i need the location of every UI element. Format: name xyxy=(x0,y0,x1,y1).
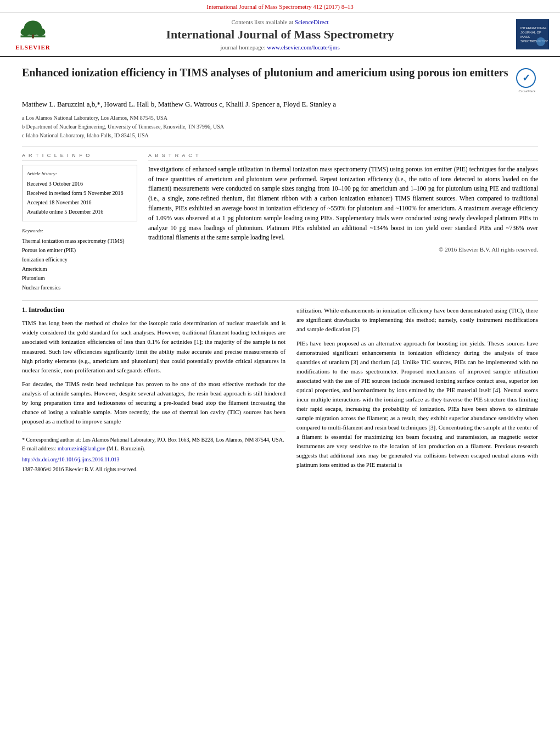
right-paragraph-2: PIEs have been proposed as an alternativ… xyxy=(296,339,538,470)
keyword-3: Ionization efficiency xyxy=(22,255,137,264)
right-column: A B S T R A C T Investigations of enhanc… xyxy=(148,153,538,293)
crossmark-label: CrossMark xyxy=(516,89,538,93)
crossmark-section: ✓ CrossMark xyxy=(516,68,538,93)
email-author-name: (M.L. Baruzzini). xyxy=(107,445,145,451)
revised-date: Received in revised form 9 November 2016 xyxy=(27,188,132,198)
keyword-6: Nuclear forensics xyxy=(22,283,137,292)
authors-line: Matthew L. Baruzzini a,b,*, Howard L. Ha… xyxy=(22,99,538,110)
journal-header: ELSEVIER Contents lists available at Sci… xyxy=(0,13,560,57)
intro-paragraph-2: For decades, the TIMS resin bead techniq… xyxy=(22,380,285,426)
article-info-abstract-section: A R T I C L E I N F O Article history: R… xyxy=(22,147,538,293)
article-body: Enhanced ionization efficiency in TIMS a… xyxy=(0,57,560,485)
doi-link[interactable]: http://dx.doi.org/10.1016/j.ijms.2016.11… xyxy=(22,455,285,464)
svg-text:JOURNAL OF: JOURNAL OF xyxy=(520,31,541,34)
intro-heading-text: 1. Introduction xyxy=(22,306,64,314)
elsevier-tree-icon xyxy=(16,18,49,43)
svg-point-10 xyxy=(536,37,545,46)
journal-homepage-line: journal homepage: www.elsevier.com/locat… xyxy=(55,44,505,51)
article-info-label: A R T I C L E I N F O xyxy=(22,153,137,160)
journal-name-title: International Journal of Mass Spectromet… xyxy=(55,27,505,42)
keywords-label: Keywords: xyxy=(22,227,137,235)
left-column: A R T I C L E I N F O Article history: R… xyxy=(22,153,137,293)
email-line: E-mail address: mbaruzzini@lanl.gov (M.L… xyxy=(22,444,285,453)
keyword-5: Plutonium xyxy=(22,274,137,283)
ijms-logo-icon: INTERNATIONAL JOURNAL OF MASS SPECTROMET… xyxy=(518,21,548,48)
affiliation-c: c Idaho National Laboratory, Idaho Falls… xyxy=(22,131,538,140)
keywords-block: Keywords: Thermal ionization mass spectr… xyxy=(22,227,137,292)
elsevier-logo: ELSEVIER xyxy=(11,18,55,51)
abstract-label: A B S T R A C T xyxy=(148,153,538,160)
affiliations-section: a Los Alamos National Laboratory, Los Al… xyxy=(22,114,538,140)
svg-point-2 xyxy=(21,28,31,36)
main-left-column: 1. Introduction TIMS has long been the m… xyxy=(22,306,285,474)
journal-logo-right: INTERNATIONAL JOURNAL OF MASS SPECTROMET… xyxy=(505,19,549,49)
svg-rect-4 xyxy=(32,35,34,38)
section-divider xyxy=(22,300,538,300)
elsevier-brand-text: ELSEVIER xyxy=(15,44,51,51)
intro-paragraph-1: TIMS has long been the method of choice … xyxy=(22,319,285,375)
copyright-line: © 2016 Elsevier B.V. All rights reserved… xyxy=(148,246,538,253)
keyword-1: Thermal ionization mass spectrometry (TI… xyxy=(22,236,137,246)
accepted-date: Accepted 18 November 2016 xyxy=(27,198,132,207)
journal-reference-text: International Journal of Mass Spectromet… xyxy=(206,3,353,10)
footnote-section: * Corresponding author at: Los Alamos Na… xyxy=(22,432,285,474)
corresponding-author-note: * Corresponding author at: Los Alamos Na… xyxy=(22,436,285,444)
journal-homepage-link[interactable]: www.elsevier.com/locate/ijms xyxy=(267,44,339,51)
intro-heading: 1. Introduction xyxy=(22,306,285,314)
email-label: E-mail address: xyxy=(22,445,56,451)
keyword-4: Americium xyxy=(22,264,137,274)
contents-available-line: Contents lists available at ScienceDirec… xyxy=(55,19,505,25)
svg-text:INTERNATIONAL: INTERNATIONAL xyxy=(520,26,547,30)
svg-text:MASS: MASS xyxy=(520,35,530,38)
available-date: Available online 5 December 2016 xyxy=(27,207,132,216)
affiliation-a: a Los Alamos National Laboratory, Los Al… xyxy=(22,114,538,122)
right-paragraph-1: utilization. While enhancements in ioniz… xyxy=(296,306,538,334)
email-link[interactable]: mbaruzzini@lanl.gov xyxy=(58,445,105,451)
article-history-label: Article history: xyxy=(27,170,132,178)
article-title-section: Enhanced ionization efficiency in TIMS a… xyxy=(22,65,538,93)
abstract-text: Investigations of enhanced sample utiliz… xyxy=(148,165,538,243)
crossmark-icon: ✓ xyxy=(516,68,536,88)
issn-line: 1387-3806/© 2016 Elsevier B.V. All right… xyxy=(22,465,285,474)
main-content-section: 1. Introduction TIMS has long been the m… xyxy=(22,306,538,474)
article-history-block: Article history: Received 3 October 2016… xyxy=(22,165,137,221)
received-date: Received 3 October 2016 xyxy=(27,179,132,188)
article-title: Enhanced ionization efficiency in TIMS a… xyxy=(22,65,511,80)
affiliation-b: b Department of Nuclear Engineering, Uni… xyxy=(22,122,538,131)
keyword-2: Porous ion emitter (PIE) xyxy=(22,246,137,255)
journal-title-section: Contents lists available at ScienceDirec… xyxy=(55,19,505,51)
svg-point-3 xyxy=(36,28,46,36)
sciencedirect-link[interactable]: ScienceDirect xyxy=(295,19,329,25)
main-right-column: utilization. While enhancements in ioniz… xyxy=(296,306,538,474)
journal-reference-bar: International Journal of Mass Spectromet… xyxy=(0,0,560,13)
ijms-logo-box: INTERNATIONAL JOURNAL OF MASS SPECTROMET… xyxy=(516,19,549,49)
